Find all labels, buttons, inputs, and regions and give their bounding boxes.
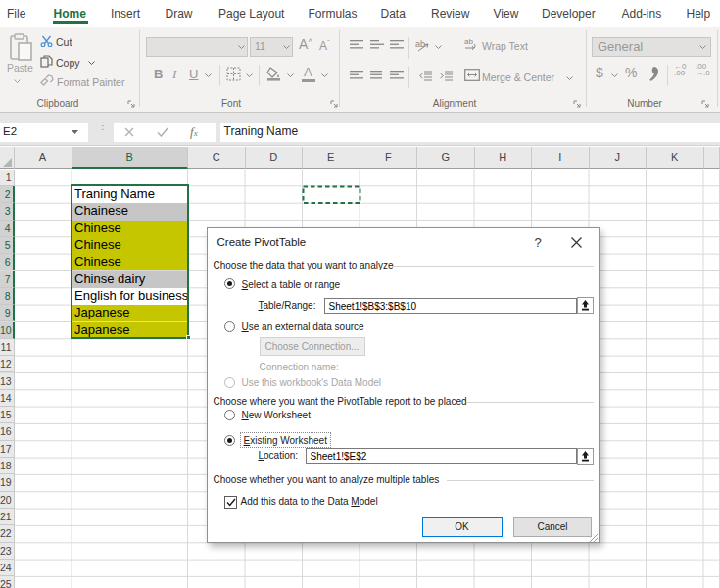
svg-text:ab: ab [464, 37, 473, 46]
